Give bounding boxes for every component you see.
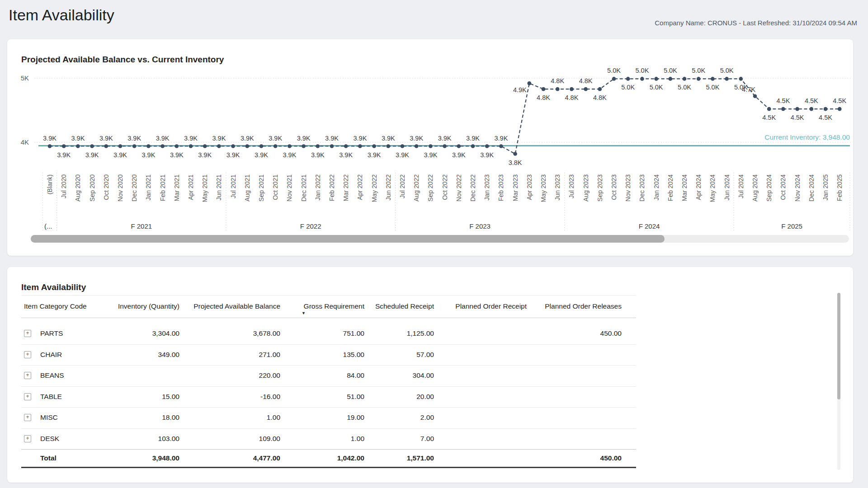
chart-x-axis: (Blank)Jul 2020Aug 2020Sep 2020Oct 2020N… (18, 172, 853, 233)
data-point[interactable] (48, 144, 52, 148)
data-point[interactable] (372, 144, 376, 148)
data-point[interactable] (795, 107, 799, 111)
y-axis-tick-label: 4K (21, 138, 29, 146)
data-point[interactable] (330, 144, 334, 148)
data-point[interactable] (528, 81, 532, 85)
value-cell: 751.00 (343, 323, 364, 344)
month-axis-label: Nov 2023 (624, 174, 632, 202)
data-point[interactable] (217, 144, 221, 148)
data-point[interactable] (499, 144, 503, 148)
data-point[interactable] (570, 87, 574, 91)
data-point[interactable] (626, 77, 630, 81)
data-point[interactable] (429, 144, 433, 148)
data-point[interactable] (767, 107, 771, 111)
data-point[interactable] (542, 87, 546, 91)
month-axis-label: Jun 2021 (215, 174, 222, 201)
data-point[interactable] (316, 144, 320, 148)
data-point[interactable] (697, 77, 701, 81)
data-point[interactable] (556, 87, 560, 91)
data-point[interactable] (443, 144, 447, 148)
data-point[interactable] (146, 144, 151, 148)
column-header-planned-order-receipt[interactable]: Planned Order Receipt (455, 302, 527, 310)
data-point[interactable] (259, 144, 264, 148)
column-header-planned-order-releases[interactable]: Planned Order Releases (545, 302, 622, 310)
data-point[interactable] (711, 77, 715, 81)
data-point[interactable] (612, 77, 616, 81)
data-point[interactable] (118, 144, 123, 148)
table-row[interactable]: +MISC18.001.0019.002.00 (21, 407, 636, 428)
data-point[interactable] (160, 144, 165, 148)
expand-icon[interactable]: + (24, 414, 31, 421)
data-label: 3.9K (466, 135, 480, 142)
item-category-cell: MISC (40, 407, 58, 428)
line-chart-plot: 5K4KCurrent Inventory: 3,948.003.9K3.9K3… (18, 66, 853, 170)
data-point[interactable] (189, 144, 193, 148)
expand-icon[interactable]: + (24, 393, 31, 400)
total-value-cell: 450.00 (600, 449, 622, 467)
data-label: 4.5K (833, 97, 846, 104)
data-point[interactable] (654, 77, 658, 81)
data-label: 5.0K (650, 84, 663, 91)
data-point[interactable] (824, 107, 828, 111)
data-point[interactable] (471, 144, 475, 148)
column-header-item-category-code[interactable]: Item Category Code (24, 302, 87, 310)
data-point[interactable] (513, 152, 517, 156)
data-point[interactable] (245, 144, 250, 148)
data-label: 4.5K (776, 97, 790, 104)
data-point[interactable] (598, 87, 602, 91)
chart-horizontal-scrollbar[interactable] (31, 235, 849, 243)
column-header-gross-requirement[interactable]: Gross Requirement (304, 302, 364, 310)
data-point[interactable] (288, 144, 292, 148)
table-vertical-scrollbar-thumb[interactable] (837, 293, 840, 399)
month-axis-label: Jan 2022 (314, 174, 321, 201)
data-point[interactable] (175, 144, 179, 148)
data-point[interactable] (344, 144, 348, 148)
column-header-scheduled-receipt[interactable]: Scheduled Receipt (375, 302, 434, 310)
data-point[interactable] (669, 77, 673, 81)
data-point[interactable] (457, 144, 461, 148)
expand-icon[interactable]: + (24, 351, 31, 358)
data-point[interactable] (753, 94, 757, 98)
chart-horizontal-scrollbar-thumb[interactable] (31, 235, 665, 243)
data-point[interactable] (62, 144, 66, 148)
data-point[interactable] (76, 144, 80, 148)
data-label: 4.8K (537, 94, 550, 101)
month-axis-label: Mar 2024 (681, 174, 688, 201)
data-label: 5.0K (664, 67, 677, 74)
data-point[interactable] (274, 144, 278, 148)
expand-icon[interactable]: + (24, 330, 31, 337)
table-row[interactable]: +TABLE15.00-16.0051.0020.00 (21, 386, 636, 408)
data-point[interactable] (584, 87, 588, 91)
data-label: 3.9K (368, 151, 381, 159)
expand-icon[interactable]: + (24, 435, 31, 442)
data-point[interactable] (810, 107, 814, 111)
data-point[interactable] (104, 144, 108, 148)
data-point[interactable] (781, 107, 785, 111)
table-row[interactable]: +PARTS3,304.003,678.00751.001,125.00450.… (21, 323, 636, 344)
data-point[interactable] (358, 144, 362, 148)
data-point[interactable] (485, 144, 489, 148)
data-point[interactable] (203, 144, 207, 148)
column-header-projected-available-balance[interactable]: Projected Available Balance (193, 302, 280, 310)
data-point[interactable] (387, 144, 391, 148)
month-axis-label: Jan 2021 (145, 174, 152, 201)
column-header-inventory-quantity-[interactable]: Inventory (Quantity) (118, 302, 179, 310)
data-point[interactable] (132, 144, 137, 148)
data-point[interactable] (401, 144, 405, 148)
month-axis-label: Apr 2024 (695, 174, 702, 200)
data-point[interactable] (90, 144, 94, 148)
month-axis-label: (Blank) (46, 174, 53, 194)
data-point[interactable] (640, 77, 644, 81)
table-row[interactable]: +DESK103.00109.001.007.00 (21, 428, 636, 450)
data-point[interactable] (838, 107, 842, 111)
data-point[interactable] (415, 144, 419, 148)
table-row[interactable]: +BEANS220.0084.00304.00 (21, 365, 636, 386)
expand-icon[interactable]: + (24, 372, 31, 379)
data-point[interactable] (725, 77, 729, 81)
data-point[interactable] (683, 77, 687, 81)
table-vertical-scrollbar[interactable] (837, 293, 840, 470)
table-row[interactable]: +CHAIR349.00271.00135.0057.00 (21, 344, 636, 366)
data-point[interactable] (231, 144, 235, 148)
data-point[interactable] (739, 77, 743, 81)
data-point[interactable] (302, 144, 306, 148)
